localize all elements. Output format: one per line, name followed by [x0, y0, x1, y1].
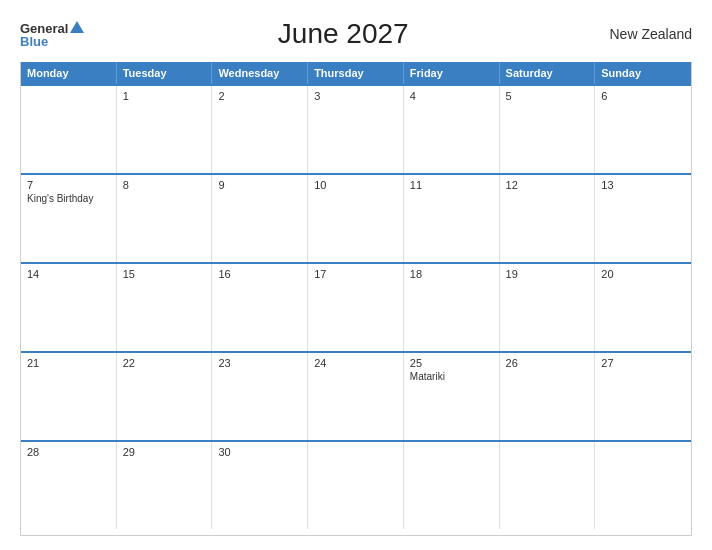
cal-cell-w2-d1: 7King's Birthday	[21, 175, 117, 262]
logo-triangle-icon	[70, 21, 84, 33]
cal-cell-w3-d4: 17	[308, 264, 404, 351]
day-number: 10	[314, 179, 397, 191]
header-sunday: Sunday	[595, 62, 691, 84]
header-saturday: Saturday	[500, 62, 596, 84]
day-number: 2	[218, 90, 301, 102]
cal-cell-w5-d5	[404, 442, 500, 529]
logo: General Blue	[20, 21, 84, 48]
cal-cell-w2-d3: 9	[212, 175, 308, 262]
day-number: 20	[601, 268, 685, 280]
day-number: 17	[314, 268, 397, 280]
cal-cell-w1-d4: 3	[308, 86, 404, 173]
cal-cell-w2-d7: 13	[595, 175, 691, 262]
header-wednesday: Wednesday	[212, 62, 308, 84]
cal-cell-w1-d3: 2	[212, 86, 308, 173]
calendar-week-5: 282930	[21, 440, 691, 529]
day-number: 8	[123, 179, 206, 191]
day-number: 14	[27, 268, 110, 280]
cal-cell-w3-d5: 18	[404, 264, 500, 351]
cal-cell-w1-d6: 5	[500, 86, 596, 173]
calendar-header-row: Monday Tuesday Wednesday Thursday Friday…	[21, 62, 691, 84]
calendar-week-2: 7King's Birthday8910111213	[21, 173, 691, 262]
cal-cell-w4-d6: 26	[500, 353, 596, 440]
cal-event: Matariki	[410, 371, 493, 382]
logo-text: General Blue	[20, 21, 84, 48]
day-number: 4	[410, 90, 493, 102]
cal-cell-w1-d5: 4	[404, 86, 500, 173]
day-number: 11	[410, 179, 493, 191]
day-number: 29	[123, 446, 206, 458]
header-thursday: Thursday	[308, 62, 404, 84]
day-number: 25	[410, 357, 493, 369]
day-number: 5	[506, 90, 589, 102]
day-number: 15	[123, 268, 206, 280]
day-number: 18	[410, 268, 493, 280]
cal-cell-w4-d4: 24	[308, 353, 404, 440]
cal-cell-w5-d6	[500, 442, 596, 529]
logo-blue-text: Blue	[20, 35, 48, 48]
day-number: 16	[218, 268, 301, 280]
calendar-body: 1234567King's Birthday891011121314151617…	[21, 84, 691, 529]
header: General Blue June 2027 New Zealand	[20, 18, 692, 50]
cal-cell-w5-d3: 30	[212, 442, 308, 529]
day-number: 19	[506, 268, 589, 280]
cal-cell-w4-d5: 25Matariki	[404, 353, 500, 440]
month-title: June 2027	[84, 18, 602, 50]
day-number: 3	[314, 90, 397, 102]
cal-cell-w3-d3: 16	[212, 264, 308, 351]
cal-cell-w3-d1: 14	[21, 264, 117, 351]
calendar: Monday Tuesday Wednesday Thursday Friday…	[20, 62, 692, 536]
cal-cell-w3-d2: 15	[117, 264, 213, 351]
cal-cell-w4-d3: 23	[212, 353, 308, 440]
calendar-week-4: 2122232425Matariki2627	[21, 351, 691, 440]
calendar-page: General Blue June 2027 New Zealand Monda…	[0, 0, 712, 550]
cal-event: King's Birthday	[27, 193, 110, 204]
header-friday: Friday	[404, 62, 500, 84]
cal-cell-w3-d7: 20	[595, 264, 691, 351]
calendar-week-3: 14151617181920	[21, 262, 691, 351]
cal-cell-w1-d1	[21, 86, 117, 173]
day-number: 22	[123, 357, 206, 369]
day-number: 24	[314, 357, 397, 369]
cal-cell-w2-d5: 11	[404, 175, 500, 262]
day-number: 26	[506, 357, 589, 369]
cal-cell-w5-d2: 29	[117, 442, 213, 529]
header-monday: Monday	[21, 62, 117, 84]
cal-cell-w3-d6: 19	[500, 264, 596, 351]
day-number: 12	[506, 179, 589, 191]
day-number: 1	[123, 90, 206, 102]
country-label: New Zealand	[602, 26, 692, 42]
day-number: 30	[218, 446, 301, 458]
cal-cell-w4-d2: 22	[117, 353, 213, 440]
logo-general-text: General	[20, 22, 68, 35]
cal-cell-w2-d6: 12	[500, 175, 596, 262]
day-number: 21	[27, 357, 110, 369]
day-number: 28	[27, 446, 110, 458]
cal-cell-w5-d1: 28	[21, 442, 117, 529]
cal-cell-w2-d2: 8	[117, 175, 213, 262]
cal-cell-w5-d7	[595, 442, 691, 529]
day-number: 9	[218, 179, 301, 191]
day-number: 6	[601, 90, 685, 102]
day-number: 23	[218, 357, 301, 369]
day-number: 13	[601, 179, 685, 191]
header-tuesday: Tuesday	[117, 62, 213, 84]
cal-cell-w1-d7: 6	[595, 86, 691, 173]
day-number: 27	[601, 357, 685, 369]
cal-cell-w4-d7: 27	[595, 353, 691, 440]
day-number: 7	[27, 179, 110, 191]
cal-cell-w2-d4: 10	[308, 175, 404, 262]
cal-cell-w5-d4	[308, 442, 404, 529]
calendar-week-1: 123456	[21, 84, 691, 173]
cal-cell-w1-d2: 1	[117, 86, 213, 173]
cal-cell-w4-d1: 21	[21, 353, 117, 440]
